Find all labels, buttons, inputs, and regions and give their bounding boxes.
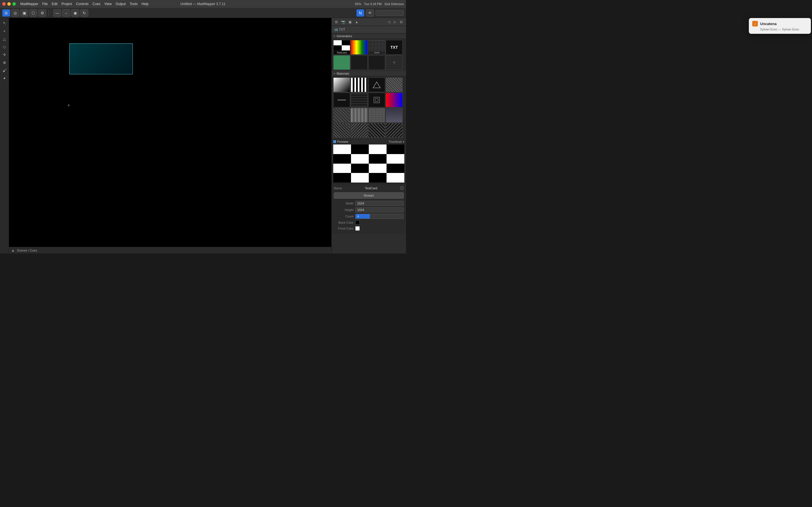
grid-tool-button[interactable]: ⊞ [2, 9, 10, 17]
minus-button[interactable]: — [53, 9, 61, 17]
mat-barcode[interactable]: Bar Code [351, 108, 368, 122]
menu-file[interactable]: File [42, 2, 48, 6]
minimize-button[interactable] [7, 2, 11, 6]
menu-view[interactable]: View [104, 2, 112, 6]
panel-right-btn-2[interactable]: ▷ [393, 19, 398, 24]
info-icon[interactable]: ⓘ [400, 186, 404, 191]
materials-section-header[interactable]: ▼ Materials [332, 71, 406, 76]
pv-b4 [369, 154, 387, 164]
preview-mode-select[interactable]: Thumbnail ▾ [389, 140, 404, 144]
gen-empty-1 [351, 55, 368, 70]
panel-right-btn-3[interactable]: ⊟ [399, 19, 404, 24]
mat-diag4[interactable] [386, 123, 403, 138]
menu-help[interactable]: Help [142, 2, 149, 6]
arrow-tool[interactable]: ↖ [1, 20, 8, 26]
mat-gradient[interactable]: Gradient [333, 77, 350, 92]
gen-solid[interactable]: Solid [333, 55, 350, 70]
right-panel: ⊞ 📷 ▣ ▲ ◁ ▷ ⊟ 📹 TXT ▼ Generators [331, 18, 406, 253]
panel-right-btn-1[interactable]: ◁ [386, 19, 391, 24]
mat-shapes[interactable]: Shapes [368, 77, 385, 92]
mat-diag2[interactable] [351, 123, 368, 138]
menubar: MadMapper File Edit Project Controls Cue… [20, 2, 149, 6]
menu-edit[interactable]: Edit [52, 2, 57, 6]
maximize-button[interactable] [12, 2, 16, 6]
username: Sick Delicious [385, 2, 404, 6]
redo-button[interactable]: ↻ [80, 9, 88, 17]
generators-section-header[interactable]: ▼ Generators [332, 34, 406, 39]
paint-tool[interactable]: 🖌 [1, 67, 8, 74]
name-value: TestCard [365, 186, 377, 190]
mat-bricks[interactable]: Bricks [368, 108, 385, 122]
gen-colorpalette[interactable]: ColorPatte [351, 40, 368, 55]
tc-w2 [342, 45, 350, 50]
circle-button[interactable]: ◉ [71, 9, 79, 17]
front-color-swatch[interactable] [355, 226, 360, 231]
mat-strob[interactable]: Strob [351, 77, 368, 92]
window-controls [2, 2, 16, 6]
count-input[interactable]: 4 [355, 214, 404, 219]
pv-w5 [333, 164, 351, 173]
mat-squareanim[interactable]: SquareAni [368, 93, 385, 107]
height-input[interactable]: 1024 [355, 207, 404, 212]
diamond-tool[interactable]: ◇ [1, 43, 8, 50]
cube-tool-button[interactable]: ⬡ [29, 9, 37, 17]
move-tool[interactable]: ✛ [1, 51, 8, 58]
menu-controls[interactable]: Controls [76, 2, 89, 6]
menu-madmapper[interactable]: MadMapper [20, 2, 38, 6]
mat-gradient-thumb [334, 78, 350, 92]
add2-tool[interactable]: ⊕ [1, 59, 8, 66]
settings-tool-button[interactable]: ⚙ [38, 9, 46, 17]
preview-bar[interactable] [375, 10, 404, 16]
menu-cues[interactable]: Cues [93, 2, 100, 6]
mat-diag1[interactable] [333, 123, 350, 138]
canvas-viewport[interactable] [9, 18, 331, 253]
menu-output[interactable]: Output [116, 2, 126, 6]
mat-line[interactable]: Line [333, 93, 350, 107]
minus2-button[interactable]: – [62, 9, 70, 17]
menu-project[interactable]: Project [61, 2, 72, 6]
mat-linerepeat[interactable]: LineRepea [351, 93, 368, 107]
materials-grid: Gradient Strob Shapes Line Anim [332, 76, 406, 139]
restart-button[interactable]: Restart [334, 192, 404, 199]
toolbar-center: — – ◉ ↻ [53, 9, 88, 17]
back-color-swatch[interactable] [355, 220, 360, 225]
eye-button[interactable]: 👁 [366, 9, 374, 17]
width-input[interactable]: 1024 [355, 201, 404, 206]
mat-dunes[interactable]: Dunes [333, 108, 350, 122]
triangle-tool[interactable]: △ [1, 36, 8, 42]
mat-diag3[interactable] [368, 123, 385, 138]
pv-b6 [387, 164, 404, 173]
gen-testcard-label: TestCard [334, 51, 350, 54]
canvas-object-rect[interactable] [69, 43, 133, 74]
gen-text[interactable]: TXT Text [386, 40, 403, 55]
panel-btn-3[interactable]: ▣ [347, 19, 352, 24]
menu-tools[interactable]: Tools [130, 2, 138, 6]
bulb-tool-button[interactable]: ◎ [11, 9, 19, 17]
scenes-toggle[interactable]: ▲ [11, 248, 15, 252]
monitor-tool-button[interactable]: ▣ [20, 9, 28, 17]
gen-add-button[interactable]: + [386, 55, 403, 70]
panel-btn-2[interactable]: 📷 [341, 19, 346, 24]
gen-testcard[interactable]: TestCard [333, 40, 350, 55]
mat-siren-thumb [386, 93, 402, 107]
canvas-area[interactable]: + − ⊞ ⊟ ▲ Scenes / Cues [9, 18, 331, 253]
source-hd-btn1[interactable]: 📹 [333, 27, 338, 32]
mat-siren[interactable]: Siren [386, 93, 403, 107]
close-button[interactable] [2, 2, 6, 6]
panel-btn-1[interactable]: ⊞ [334, 19, 339, 24]
scenes-cues-bar[interactable]: ▲ Scenes / Cues [9, 247, 331, 253]
mat-lineanim[interactable]: Line Anim [386, 77, 403, 92]
gen-grid[interactable]: Grid [368, 40, 385, 55]
pv-b3 [333, 154, 351, 164]
mat-clouds[interactable]: Clouds [386, 108, 403, 122]
n-button[interactable]: N [356, 9, 364, 17]
count-label: Count [334, 215, 354, 218]
mat-linerepeat-thumb [351, 93, 367, 107]
eyedrop-tool[interactable]: ✦ [1, 75, 8, 82]
pv-w8 [387, 173, 404, 182]
titlebar: MadMapper File Edit Project Controls Cue… [0, 0, 406, 8]
add-tool[interactable]: + [1, 27, 8, 34]
mat-shapes-thumb [368, 78, 385, 92]
source-hd-btn2[interactable]: TXT [340, 27, 345, 32]
panel-btn-4[interactable]: ▲ [354, 19, 359, 24]
